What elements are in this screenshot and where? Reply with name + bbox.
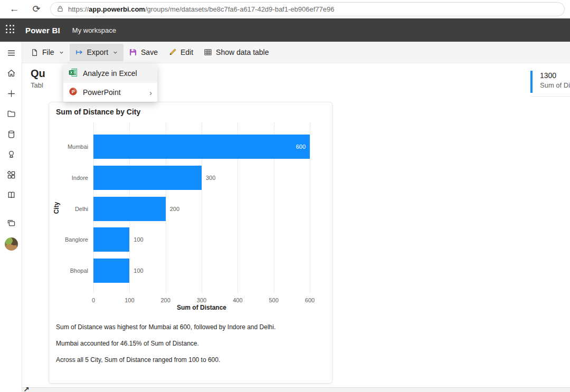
- app-header: Power BI My workspace: [0, 18, 570, 42]
- workspace-name[interactable]: My workspace: [72, 26, 116, 34]
- bar-indore[interactable]: [93, 166, 202, 190]
- category-label: Banglore: [49, 236, 88, 243]
- x-tick-label: 200: [155, 297, 176, 303]
- data-hub-icon[interactable]: [0, 126, 22, 142]
- address-bar[interactable]: https://app.powerbi.com/groups/me/datase…: [50, 2, 565, 16]
- edit-button[interactable]: Edit: [163, 44, 198, 61]
- x-tick-label: 600: [299, 297, 320, 303]
- show-data-table-label: Show data table: [216, 48, 269, 56]
- waffle-menu-icon[interactable]: [6, 25, 16, 35]
- gridline: [310, 122, 310, 293]
- summary-label: Sum of Dis: [540, 81, 570, 89]
- chart-card[interactable]: Sum of Distance by City City Sum of Dist…: [49, 102, 332, 384]
- report-toolbar: File Export Save Edit Show data table: [22, 42, 570, 63]
- x-tick-label: 300: [191, 297, 212, 303]
- chart-body: Sum of Distance by City City Sum of Dist…: [49, 102, 332, 383]
- left-nav: [0, 42, 22, 392]
- edit-button-label: Edit: [180, 48, 193, 56]
- browser-back-icon[interactable]: ←: [7, 2, 21, 16]
- chart-title: Sum of Distance by City: [56, 108, 140, 116]
- data-label: 100: [134, 236, 143, 243]
- bar-bhopal[interactable]: [93, 259, 129, 283]
- apps-icon[interactable]: [0, 167, 22, 183]
- data-label: 100: [134, 267, 143, 274]
- metrics-icon[interactable]: [0, 146, 22, 162]
- save-button[interactable]: Save: [124, 44, 163, 61]
- category-label: Mumbai: [49, 144, 88, 150]
- powerpoint-icon: P: [69, 87, 78, 98]
- url-text: https://app.powerbi.com/groups/me/datase…: [68, 5, 334, 13]
- external-link-icon[interactable]: ↗: [23, 385, 30, 392]
- browser-refresh-icon[interactable]: ⟳: [30, 2, 43, 16]
- nav-menu-icon[interactable]: [0, 45, 22, 61]
- summary-accent-bar: [530, 71, 533, 93]
- summary-value: 1300: [540, 71, 556, 80]
- excel-icon: X: [69, 68, 78, 79]
- category-label: Indore: [49, 175, 88, 181]
- browser-bar: ← ⟳ https://app.powerbi.com/groups/me/da…: [0, 0, 570, 18]
- x-tick-label: 100: [119, 297, 140, 303]
- home-icon[interactable]: [0, 65, 22, 81]
- export-button-label: Export: [87, 48, 108, 56]
- menu-item-label: Analyze in Excel: [83, 69, 137, 78]
- menu-item-powerpoint[interactable]: P PowerPoint ›: [63, 83, 157, 102]
- menu-item-label: PowerPoint: [83, 88, 121, 97]
- bar-banglore[interactable]: [93, 227, 129, 252]
- create-icon[interactable]: [0, 85, 22, 101]
- insight-text: Mumbai accounted for 46.15% of Sum of Di…: [56, 340, 322, 347]
- file-button-label: File: [42, 48, 54, 56]
- svg-text:X: X: [70, 71, 73, 75]
- browse-icon[interactable]: [0, 106, 22, 121]
- avatar: [5, 237, 18, 251]
- brand-logo: Power BI: [25, 26, 60, 35]
- user-avatar[interactable]: [0, 236, 22, 252]
- data-label: 200: [170, 206, 179, 212]
- bar-delhi[interactable]: [93, 197, 166, 221]
- export-dropdown-menu: X Analyze in Excel P PowerPoint ›: [63, 64, 157, 102]
- data-label: 600: [290, 144, 306, 150]
- summary-card[interactable]: 1300 Sum of Dis: [530, 69, 570, 97]
- page-title: Qu: [31, 68, 45, 80]
- learn-icon[interactable]: [0, 187, 22, 203]
- workspaces-icon[interactable]: [0, 215, 22, 231]
- svg-text:P: P: [72, 89, 75, 94]
- page-subtitle: Tabl: [31, 81, 43, 89]
- x-tick-label: 400: [227, 297, 248, 303]
- bottom-strip: [22, 387, 570, 392]
- export-button[interactable]: Export: [70, 44, 124, 61]
- submenu-chevron-icon: ›: [149, 88, 152, 97]
- lock-icon: [57, 5, 63, 14]
- bar-mumbai[interactable]: [93, 135, 310, 159]
- data-label: 300: [206, 175, 215, 181]
- insight-text: Across all 5 City, Sum of Distance range…: [56, 356, 322, 364]
- x-axis-title: Sum of Distance: [93, 304, 310, 311]
- file-button[interactable]: File: [25, 44, 70, 61]
- save-button-label: Save: [141, 48, 158, 56]
- x-tick-label: 0: [83, 297, 104, 303]
- category-label: Bhopal: [49, 267, 88, 274]
- category-label: Delhi: [49, 206, 88, 212]
- menu-item-analyze-in-excel[interactable]: X Analyze in Excel: [63, 64, 157, 83]
- x-tick-label: 500: [263, 297, 284, 303]
- insight-text: Sum of Distance was highest for Mumbai a…: [56, 323, 322, 331]
- show-data-table-button[interactable]: Show data table: [198, 44, 274, 61]
